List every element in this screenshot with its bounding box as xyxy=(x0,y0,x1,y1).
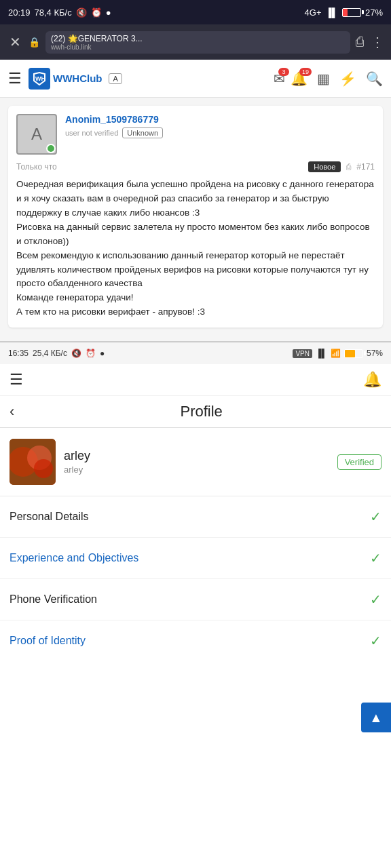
unknown-badge: Unknown xyxy=(122,127,163,138)
post-author-row: A Anonim_1509786779 user not verified Un… xyxy=(16,114,375,155)
app-header: ‹ Profile xyxy=(0,396,391,428)
nav-notifications: ✉ 3 🔔 19 xyxy=(274,71,308,87)
profile-info: arley arley xyxy=(64,449,329,475)
signal-4g: 4G+ xyxy=(305,7,322,18)
share-icon[interactable]: ⎙ xyxy=(346,162,351,172)
post-card: A Anonim_1509786779 user not verified Un… xyxy=(8,106,383,328)
site-logo[interactable]: WH WWHClub xyxy=(29,68,102,90)
profile-menu: Personal Details ✓ Experience and Object… xyxy=(0,496,391,661)
author-info: Anonim_1509786779 user not verified Unkn… xyxy=(65,114,375,138)
profile-avatar xyxy=(10,439,56,485)
tab-title: (22) 🌟GENERATOR 3... xyxy=(51,34,345,43)
svg-point-4 xyxy=(34,459,53,478)
battery-fill-2 xyxy=(345,350,355,357)
phone-verification-checkmark: ✓ xyxy=(370,591,381,608)
post-content: Очередная верификация была успешно пройд… xyxy=(16,178,375,319)
proof-identity-checkmark: ✓ xyxy=(370,633,381,649)
notification-bell-icon[interactable]: 🔔 xyxy=(363,371,381,389)
notif-count-2: 19 xyxy=(299,68,312,76)
clock2-icon: ⏰ xyxy=(86,349,96,358)
profile-section: arley arley Verified xyxy=(0,428,391,496)
app-top-bar: ☰ 🔔 xyxy=(0,364,391,396)
time2: 16:35 xyxy=(8,349,29,358)
proof-identity-label: Proof of Identity xyxy=(10,635,86,647)
app2-icon: ● xyxy=(100,349,105,358)
back-button[interactable]: ‹ xyxy=(10,403,14,420)
domain: wwh-club.link xyxy=(51,43,345,51)
scroll-top-icon: ▲ xyxy=(369,710,383,726)
author-badges: user not verified Unknown xyxy=(65,127,375,138)
mute2-icon: 🔇 xyxy=(71,349,81,358)
battery-bar-2 xyxy=(344,349,363,358)
close-tab-button[interactable]: ✕ xyxy=(7,34,23,50)
author-name[interactable]: Anonim_1509786779 xyxy=(65,114,375,125)
menu-item-phone-verification[interactable]: Phone Verification ✓ xyxy=(0,579,391,620)
status2-left: 16:35 25,4 КБ/с 🔇 ⏰ ● xyxy=(8,349,105,358)
lock-icon: 🔒 xyxy=(29,37,40,47)
nav-badge-a: A xyxy=(109,73,122,84)
hamburger-menu[interactable]: ☰ xyxy=(8,70,22,87)
experience-label: Experience and Objectives xyxy=(10,552,138,564)
forum-section: A Anonim_1509786779 user not verified Un… xyxy=(0,98,391,341)
post-meta: Только что Новое ⎙ #171 xyxy=(16,161,375,172)
network-speed: 78,4 КБ/с xyxy=(35,7,72,18)
battery-bar xyxy=(342,8,361,17)
signal-bars: ▐▌ xyxy=(326,7,338,18)
avatar-image xyxy=(10,439,56,485)
battery-percent: 27% xyxy=(365,7,383,18)
profile-title: Profile xyxy=(21,403,381,420)
wifi-icon: 📶 xyxy=(331,349,341,358)
gallery-icon[interactable]: ▦ xyxy=(317,71,330,87)
experience-checkmark: ✓ xyxy=(370,550,381,566)
lightning-icon[interactable]: ⚡ xyxy=(339,71,356,87)
online-indicator xyxy=(46,144,56,153)
post-number: #171 xyxy=(356,162,375,172)
notif-count-1: 3 xyxy=(278,68,289,76)
status-left: 20:19 78,4 КБ/с 🔇 ⏰ ● xyxy=(8,7,111,18)
search-icon[interactable]: 🔍 xyxy=(366,71,383,87)
status2-right: VPN ▐▌ 📶 57% xyxy=(293,349,383,358)
browser-chrome: ✕ 🔒 (22) 🌟GENERATOR 3... wwh-club.link ⎙… xyxy=(0,24,391,60)
post-time: Только что xyxy=(16,162,303,172)
logo-icon: WH xyxy=(29,68,50,90)
battery2-percent: 57% xyxy=(367,349,383,358)
url-bar[interactable]: (22) 🌟GENERATOR 3... wwh-club.link xyxy=(45,31,350,54)
status-bar-2: 16:35 25,4 КБ/с 🔇 ⏰ ● VPN ▐▌ 📶 57% xyxy=(0,341,391,364)
notification-1[interactable]: ✉ 3 xyxy=(274,71,285,87)
menu-item-experience[interactable]: Experience and Objectives ✓ xyxy=(0,538,391,579)
status-bar-1: 20:19 78,4 КБ/с 🔇 ⏰ ● 4G+ ▐▌ 27% xyxy=(0,0,391,24)
logo-text: WWHClub xyxy=(53,73,102,84)
more-button[interactable]: ⋮ xyxy=(371,34,384,50)
app-icon: ● xyxy=(106,7,111,18)
unverified-badge: user not verified xyxy=(65,129,118,137)
notification-2[interactable]: 🔔 19 xyxy=(291,71,308,87)
phone-verification-label: Phone Verification xyxy=(10,593,97,606)
battery-fill xyxy=(343,9,348,16)
avatar-container: A xyxy=(16,114,57,155)
profile-name: arley xyxy=(64,449,329,463)
svg-text:WH: WH xyxy=(35,75,45,82)
scroll-top-button[interactable]: ▲ xyxy=(361,703,391,732)
site-nav: ☰ WH WWHClub A ✉ 3 🔔 19 ▦ ⚡ 🔍 xyxy=(0,60,391,98)
profile-subname: arley xyxy=(64,465,329,475)
time: 20:19 xyxy=(8,7,31,18)
personal-details-label: Personal Details xyxy=(10,511,89,523)
network2: 25,4 КБ/с xyxy=(33,349,67,358)
vpn-badge: VPN xyxy=(293,349,312,358)
status-right: 4G+ ▐▌ 27% xyxy=(305,7,383,18)
share-button[interactable]: ⎙ xyxy=(356,34,364,50)
app-hamburger-icon[interactable]: ☰ xyxy=(10,371,23,389)
verified-badge: Verified xyxy=(337,454,381,470)
menu-item-personal-details[interactable]: Personal Details ✓ xyxy=(0,496,391,538)
menu-item-proof-identity[interactable]: Proof of Identity ✓ xyxy=(0,620,391,661)
clock-icon: ⏰ xyxy=(91,7,102,18)
mute-icon: 🔇 xyxy=(76,7,87,18)
personal-details-checkmark: ✓ xyxy=(370,509,381,525)
new-badge: Новое xyxy=(308,161,341,172)
signal2-bars: ▐▌ xyxy=(316,349,327,358)
browser-actions: ⎙ ⋮ xyxy=(356,34,384,50)
